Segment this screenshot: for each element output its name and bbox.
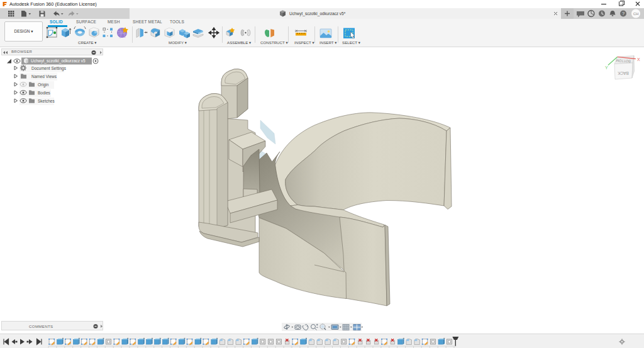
svg-text:BACK: BACK <box>617 71 628 76</box>
svg-text:CH: CH <box>633 12 639 16</box>
svg-text:X: X <box>637 57 640 62</box>
svg-text:?: ? <box>622 11 625 16</box>
svg-text:Y: Y <box>605 65 608 70</box>
